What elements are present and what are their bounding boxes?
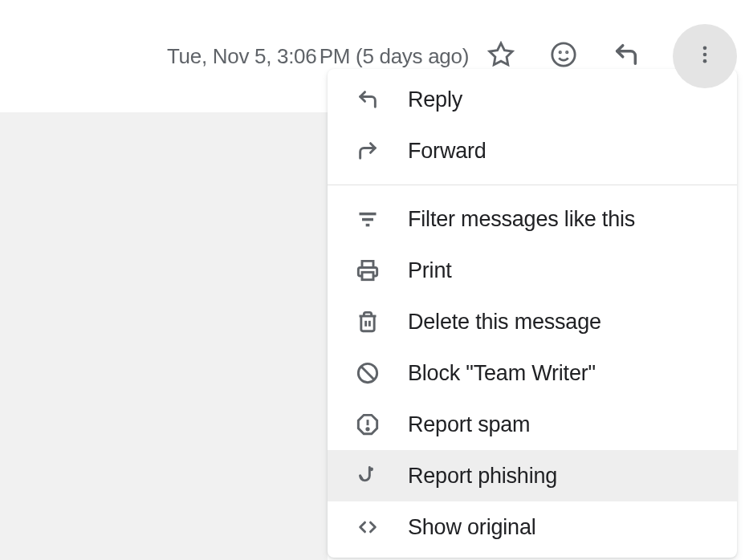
- svg-point-2: [560, 51, 560, 52]
- block-icon: [356, 362, 379, 384]
- menu-label: Report phishing: [408, 464, 557, 489]
- menu-label: Reply: [408, 87, 462, 112]
- forward-icon: [356, 140, 379, 162]
- email-timestamp: Tue, Nov 5, 3:06 PM (5 days ago): [167, 44, 469, 69]
- menu-item-delete[interactable]: Delete this message: [328, 296, 737, 347]
- svg-point-6: [703, 59, 707, 63]
- react-button[interactable]: [548, 40, 580, 72]
- svg-point-4: [703, 47, 707, 51]
- reply-icon: [613, 41, 640, 71]
- more-menu-dropdown: Reply Forward Filter messages like this …: [328, 69, 737, 558]
- svg-point-3: [567, 51, 568, 52]
- menu-item-forward[interactable]: Forward: [328, 125, 737, 177]
- svg-rect-10: [362, 272, 373, 279]
- svg-line-14: [361, 367, 374, 379]
- menu-label: Print: [408, 258, 452, 283]
- reply-button[interactable]: [610, 40, 642, 72]
- svg-point-5: [703, 53, 707, 57]
- smiley-icon: [550, 41, 577, 71]
- content-background: [0, 112, 328, 560]
- code-icon: [356, 516, 379, 538]
- menu-label: Report spam: [408, 412, 530, 437]
- print-icon: [356, 259, 379, 282]
- svg-point-1: [552, 43, 575, 66]
- menu-label: Forward: [408, 139, 486, 164]
- star-icon: [487, 41, 515, 71]
- menu-label: Show original: [408, 515, 536, 540]
- menu-item-filter[interactable]: Filter messages like this: [328, 193, 737, 245]
- star-button[interactable]: [485, 40, 517, 72]
- menu-item-report-spam[interactable]: Report spam: [328, 399, 737, 450]
- menu-label: Delete this message: [408, 310, 601, 335]
- svg-rect-9: [366, 224, 370, 227]
- menu-item-block[interactable]: Block "Team Writer": [328, 347, 737, 399]
- svg-marker-0: [490, 43, 512, 65]
- more-icon: [694, 43, 716, 69]
- svg-rect-8: [362, 218, 373, 221]
- menu-item-show-original[interactable]: Show original: [328, 501, 737, 553]
- svg-rect-7: [360, 213, 377, 216]
- trash-icon: [356, 310, 379, 333]
- menu-item-reply[interactable]: Reply: [328, 74, 737, 125]
- menu-item-report-phishing[interactable]: Report phishing: [328, 450, 737, 501]
- menu-divider: [328, 185, 737, 185]
- more-button[interactable]: [673, 24, 737, 88]
- svg-point-17: [367, 428, 368, 430]
- menu-label: Block "Team Writer": [408, 361, 596, 386]
- filter-icon: [356, 208, 379, 230]
- svg-point-18: [369, 468, 373, 472]
- menu-item-print[interactable]: Print: [328, 245, 737, 296]
- reply-icon: [356, 88, 379, 111]
- spam-icon: [356, 413, 379, 436]
- phishing-icon: [356, 465, 379, 487]
- menu-label: Filter messages like this: [408, 207, 635, 232]
